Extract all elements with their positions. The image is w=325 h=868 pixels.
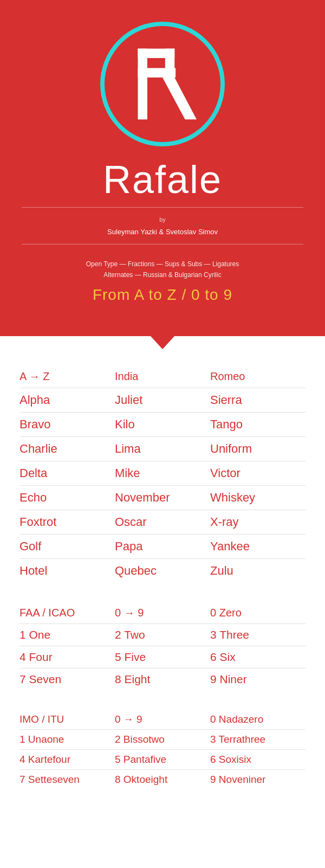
list-item: X-ray xyxy=(210,510,306,535)
font-title: Rafale xyxy=(103,157,222,202)
hero-section: Rafale by Suleyman Yazki & Svetoslav Sim… xyxy=(0,0,325,336)
author-line: by Suleyman Yazki & Svetoslav Simov xyxy=(107,213,218,239)
arrow-down-icon xyxy=(151,336,174,349)
list-item: 7 Seven xyxy=(20,668,115,690)
faa-table: FAA / ICAO 0 → 9 0 Zero 1 One 2 Two 3 Th… xyxy=(20,602,306,690)
list-item: 4 Kartefour xyxy=(20,750,115,770)
list-item: Hotel xyxy=(20,559,115,583)
list-item: 5 Pantafive xyxy=(115,750,210,770)
list-item: Bravo xyxy=(20,413,115,437)
features-line-1: Open Type — Fractions — Sups & Subs — Li… xyxy=(86,259,239,281)
list-item: Juliet xyxy=(115,388,210,413)
list-item: 9 Niner xyxy=(210,668,306,690)
list-item: Quebec xyxy=(115,559,210,583)
divider-top xyxy=(22,207,303,208)
list-item: Mike xyxy=(115,461,210,486)
nato-col2-header: India xyxy=(115,365,210,388)
imo-col2-header: 0 → 9 xyxy=(115,710,210,730)
nato-header: A → Z xyxy=(20,365,115,388)
list-item: Lima xyxy=(115,437,210,461)
list-item: 1 Unaone xyxy=(20,730,115,750)
imo-table: IMO / ITU 0 → 9 0 Nadazero 1 Unaone 2 Bi… xyxy=(20,710,306,789)
faa-col3-header: 0 Zero xyxy=(210,602,306,624)
list-item: Oscar xyxy=(115,510,210,535)
list-item: 1 One xyxy=(20,624,115,646)
list-item: Delta xyxy=(20,461,115,486)
list-item: 2 Two xyxy=(115,624,210,646)
list-item: Whiskey xyxy=(210,486,306,510)
list-item: Golf xyxy=(20,535,115,559)
list-item: 2 Bissotwo xyxy=(115,730,210,750)
divider-bottom xyxy=(22,244,303,245)
list-item: 6 Six xyxy=(210,646,306,668)
list-item: Uniform xyxy=(210,437,306,461)
tagline: From A to Z / 0 to 9 xyxy=(93,281,232,314)
list-item: 8 Eight xyxy=(115,668,210,690)
logo-r-icon xyxy=(127,43,198,125)
list-item: Yankee xyxy=(210,535,306,559)
list-item: Sierra xyxy=(210,388,306,413)
list-item: Zulu xyxy=(210,559,306,583)
list-item: Charlie xyxy=(20,437,115,461)
list-item: Tango xyxy=(210,413,306,437)
authors: Suleyman Yazki & Svetoslav Simov xyxy=(107,228,218,236)
logo-circle xyxy=(100,22,225,146)
list-item: 4 Four xyxy=(20,646,115,668)
list-item: Echo xyxy=(20,486,115,510)
faa-header: FAA / ICAO xyxy=(20,602,115,624)
faa-col2-header: 0 → 9 xyxy=(115,602,210,624)
list-item: November xyxy=(115,486,210,510)
svg-rect-3 xyxy=(138,68,176,77)
nato-table: A → Z India Romeo Alpha Juliet Sierra Br… xyxy=(20,365,306,583)
list-item: Alpha xyxy=(20,388,115,413)
imo-col3-header: 0 Nadazero xyxy=(210,710,306,730)
list-item: 6 Soxisix xyxy=(210,750,306,770)
list-item: Victor xyxy=(210,461,306,486)
content-section: A → Z India Romeo Alpha Juliet Sierra Br… xyxy=(0,349,325,816)
nato-col3-header: Romeo xyxy=(210,365,306,388)
list-item: 5 Five xyxy=(115,646,210,668)
by-label: by xyxy=(159,216,166,223)
svg-marker-4 xyxy=(162,78,197,119)
list-item: Kilo xyxy=(115,413,210,437)
spacer xyxy=(20,583,306,602)
list-item: 3 Three xyxy=(210,624,306,646)
list-item: 3 Terrathree xyxy=(210,730,306,750)
svg-rect-0 xyxy=(138,49,147,120)
list-item: 8 Oktoeight xyxy=(115,770,210,789)
bottom-spacer xyxy=(20,789,306,806)
list-item: 7 Setteseven xyxy=(20,770,115,789)
list-item: Papa xyxy=(115,535,210,559)
spacer xyxy=(20,690,306,710)
list-item: Foxtrot xyxy=(20,510,115,535)
list-item: 9 Noveniner xyxy=(210,770,306,789)
imo-header: IMO / ITU xyxy=(20,710,115,730)
